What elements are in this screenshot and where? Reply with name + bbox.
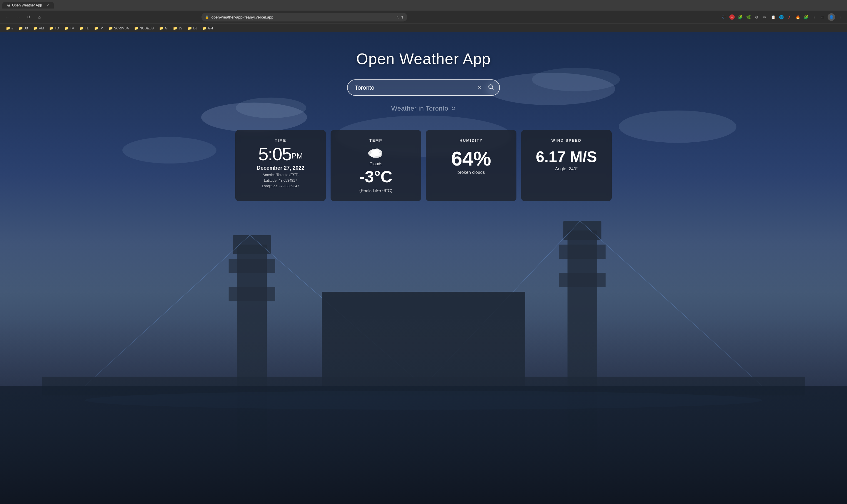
address-bar[interactable]: 🔒 open-weather-app-ifeanyi.vercel.app ☆ … <box>201 13 407 21</box>
user-avatar[interactable]: 👤 <box>828 13 835 21</box>
folder-icon: 📁 <box>109 26 113 30</box>
wind-value: 6.17 M/S <box>536 149 597 164</box>
ext-pen-icon[interactable]: ✏ <box>762 14 768 20</box>
bookmark-ai[interactable]: 📁 AI <box>157 25 170 31</box>
nav-bar: ← → ↺ ⌂ 🔒 open-weather-app-ifeanyi.verce… <box>0 11 847 23</box>
menu-icon[interactable]: ⋮ <box>811 14 817 20</box>
bookmarks-bar: 📁 # 📁 JB 📁 HM 📁 TD 📁 TV 📁 TL 📁 IM 📁 <box>0 23 847 32</box>
svg-rect-11 <box>229 287 275 301</box>
tab-title: Open Weather App <box>12 3 42 7</box>
ext-leaf-icon[interactable]: 🌿 <box>745 14 752 20</box>
feels-like: (Feels Like -9°C) <box>359 188 393 193</box>
folder-icon: 📁 <box>173 26 177 30</box>
bookmark-im[interactable]: 📁 IM <box>92 25 106 31</box>
svg-line-27 <box>492 88 493 89</box>
weather-condition-icon <box>367 145 384 161</box>
weather-subtitle: Weather in Toronto ↻ <box>391 105 456 112</box>
time-card: TIME 5:05PM December 27, 2022 America/To… <box>235 130 326 201</box>
share-icon[interactable]: ⬆ <box>400 15 404 19</box>
search-submit-button[interactable] <box>486 83 495 93</box>
bookmark-gh[interactable]: 📁 GH <box>200 25 215 31</box>
reload-button[interactable]: ↺ <box>25 13 33 21</box>
ext-green-icon[interactable]: 🌐 <box>778 14 785 20</box>
search-container: ✕ <box>347 79 500 96</box>
temp-label: TEMP <box>370 138 382 143</box>
ext-orange-icon[interactable]: 🔥 <box>795 14 801 20</box>
home-button[interactable]: ⌂ <box>35 13 43 21</box>
forward-button[interactable]: → <box>14 13 22 21</box>
humidity-value: 64% <box>451 148 491 168</box>
folder-icon: 📁 <box>19 26 23 30</box>
search-actions: ✕ <box>476 83 495 93</box>
wind-card: WIND SPEED 6.17 M/S Angle: 240° <box>521 130 612 201</box>
time-label: TIME <box>275 138 286 143</box>
bookmark-scrimba[interactable]: 📁 SCRIMBA <box>106 25 131 31</box>
search-clear-button[interactable]: ✕ <box>476 83 483 92</box>
bookmark-tv[interactable]: 📁 TV <box>62 25 76 31</box>
time-value: 5:05 <box>258 144 291 164</box>
folder-icon: 📁 <box>134 26 139 30</box>
time-date: December 27, 2022 <box>257 165 304 171</box>
bookmark-tl[interactable]: 📁 TL <box>77 25 91 31</box>
ext-blue-icon[interactable]: 📋 <box>770 14 776 20</box>
bookmark-td[interactable]: 📁 TD <box>47 25 61 31</box>
tab-close[interactable]: ✕ <box>46 3 49 7</box>
active-tab[interactable]: 🌤 Open Weather App ✕ <box>2 2 54 8</box>
ext-red-icon[interactable]: ● <box>729 14 735 20</box>
folder-icon: 📁 <box>202 26 207 30</box>
folder-icon: 📁 <box>33 26 38 30</box>
svg-rect-25 <box>0 315 847 504</box>
wind-angle: Angle: 240° <box>555 166 578 171</box>
humidity-label: HUMIDITY <box>460 138 483 143</box>
bookmark-dj[interactable]: 📁 DJ <box>185 25 199 31</box>
svg-rect-13 <box>563 221 601 240</box>
humidity-card: HUMIDITY 64% broken clouds <box>426 130 517 201</box>
folder-icon: 📁 <box>94 26 98 30</box>
back-button[interactable]: ← <box>3 13 12 21</box>
time-timezone: America/Toronto (EST) Latitude: 43.65348… <box>262 172 300 190</box>
toolbar-extensions: 🛡 ● 🧩 🌿 ⚙ ✏ 📋 🌐 ✗ 🔥 🧩 ⋮ ▭ 👤 ⋮ <box>721 13 844 21</box>
svg-rect-15 <box>559 273 606 287</box>
ext-gear-icon[interactable]: ⚙ <box>754 14 760 20</box>
more-options-icon[interactable]: ⋮ <box>837 14 844 20</box>
svg-rect-10 <box>229 259 275 273</box>
lock-icon: 🔒 <box>205 15 209 19</box>
svg-point-32 <box>374 148 380 153</box>
ext-puzzle-icon[interactable]: 🧩 <box>737 14 743 20</box>
wind-label: WIND SPEED <box>552 138 581 143</box>
cards-row: TIME 5:05PM December 27, 2022 America/To… <box>235 130 612 201</box>
bookmark-jb[interactable]: 📁 JB <box>16 25 30 31</box>
bookmark-hm[interactable]: 📁 HM <box>31 25 46 31</box>
sidebar-icon[interactable]: ▭ <box>819 14 826 20</box>
humidity-description: broken clouds <box>457 170 485 175</box>
folder-icon: 📁 <box>79 26 84 30</box>
bookmark-star-icon[interactable]: ☆ <box>396 15 399 19</box>
tab-bar: 🌤 Open Weather App ✕ <box>0 0 847 11</box>
app-container: Open Weather App ✕ Weather in Toronto ↻ <box>0 32 847 504</box>
folder-icon: 📁 <box>49 26 54 30</box>
ext-shield-icon[interactable]: 🛡 <box>721 14 727 20</box>
time-display: 5:05PM <box>258 145 303 163</box>
url-text: open-weather-app-ifeanyi.vercel.app <box>212 15 394 19</box>
cloud-svg <box>367 145 384 158</box>
folder-icon: 📁 <box>159 26 163 30</box>
bookmark-nodejs[interactable]: 📁 NODE.JS <box>132 25 156 31</box>
svg-rect-14 <box>559 245 606 259</box>
folder-icon: 📁 <box>65 26 69 30</box>
bookmark-hash[interactable]: 📁 # <box>3 25 16 31</box>
folder-icon: 📁 <box>187 26 192 30</box>
ext-puzzle2-icon[interactable]: 🧩 <box>803 14 809 20</box>
time-ampm: PM <box>291 151 303 160</box>
temp-card: TEMP Clouds -3°C (Feels Like -9°C) <box>330 130 421 201</box>
folder-icon: 📁 <box>6 26 10 30</box>
app-content: Open Weather App ✕ Weather in Toronto ↻ <box>0 32 847 201</box>
svg-rect-9 <box>233 235 271 254</box>
address-bar-actions: ☆ ⬆ <box>396 15 404 19</box>
ext-x-icon[interactable]: ✗ <box>787 14 793 20</box>
bookmark-js[interactable]: 📁 JS <box>170 25 185 31</box>
condition-label: Clouds <box>370 161 382 166</box>
browser-chrome: 🌤 Open Weather App ✕ ← → ↺ ⌂ 🔒 open-weat… <box>0 0 847 32</box>
app-title: Open Weather App <box>356 50 490 68</box>
search-icon <box>488 84 494 90</box>
refresh-button[interactable]: ↻ <box>451 105 456 112</box>
